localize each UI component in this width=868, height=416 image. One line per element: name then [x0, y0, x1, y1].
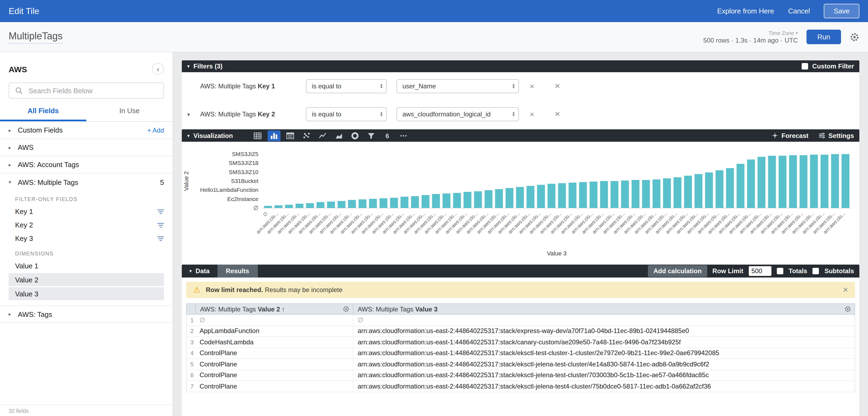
field-label: Key 1 — [15, 207, 33, 215]
viz-type-line-icon[interactable] — [316, 130, 329, 141]
explore-from-here-link[interactable]: Explore from Here — [717, 7, 774, 15]
sidebar-field-value-2[interactable]: Value 2 — [9, 273, 164, 286]
sidebar-field-key-2[interactable]: Key 2 — [0, 218, 173, 232]
table-row[interactable]: 1∅∅ — [186, 315, 855, 326]
section-label: AWS: Multiple Tags — [18, 178, 78, 186]
tab-results[interactable]: Results — [217, 265, 258, 278]
sidebar-item-aws[interactable]: ▸ AWS — [0, 139, 173, 156]
tab-all-fields[interactable]: All Fields — [0, 101, 86, 121]
viz-type-single-record-icon[interactable] — [283, 130, 297, 141]
save-button[interactable]: Save — [824, 4, 859, 18]
filter-operator-select[interactable]: is equal to▲▼ — [306, 79, 387, 93]
select-arrows-icon: ▲▼ — [380, 111, 383, 117]
sidebar-item-aws-account-tags[interactable]: ▸ AWS: Account Tags — [0, 156, 173, 174]
filter-icon[interactable] — [156, 221, 165, 229]
viz-type-single-value-icon[interactable]: 6 — [381, 130, 394, 141]
sidebar-field-value-3[interactable]: Value 3 — [9, 287, 164, 300]
custom-filter-checkbox[interactable] — [801, 63, 808, 70]
row-limit-warning-banner: ⚠ Row limit reached. Results may be inco… — [186, 282, 855, 298]
svg-text:SMS3JIZ18: SMS3JIZ18 — [229, 160, 258, 166]
filter-only-fields-header: FILTER-ONLY FIELDS — [0, 191, 173, 205]
visualization-header: ▾ Visualization 6 Forecast Settings — [182, 129, 859, 142]
subtotals-checkbox[interactable] — [813, 268, 819, 274]
viz-header-actions: Forecast Settings — [771, 132, 854, 139]
dismiss-warning-icon[interactable]: × — [843, 285, 848, 295]
remove-filter-icon[interactable]: × — [555, 81, 560, 92]
viz-type-funnel-icon[interactable] — [364, 130, 377, 141]
column-header-value2[interactable]: AWS: Multiple Tags Value 2↑ — [195, 304, 353, 314]
filter-icon[interactable] — [156, 234, 165, 243]
table-header-row: AWS: Multiple Tags Value 2↑ AWS: Multipl… — [186, 303, 855, 315]
clear-filter-value-icon[interactable]: × — [530, 110, 534, 118]
search-input[interactable] — [28, 86, 158, 95]
table-row[interactable]: 4ControlPlanearn:aws:cloudformation:us-e… — [186, 348, 855, 359]
visualization-section: ▾ Visualization 6 Forecast Settings — [182, 129, 859, 265]
forecast-button[interactable]: Forecast — [771, 132, 808, 139]
tab-data[interactable]: ▾ Data — [182, 265, 217, 278]
collapse-sidebar-button[interactable]: ‹ — [152, 63, 164, 75]
viz-type-more-icon[interactable] — [397, 130, 410, 141]
subtotals-label: Subtotals — [825, 267, 854, 275]
sidebar-field-key-3[interactable]: Key 3 — [0, 232, 173, 245]
add-calculation-button[interactable]: Add calculation — [648, 265, 707, 277]
row-limit-input[interactable] — [749, 266, 771, 276]
filter-icon[interactable] — [156, 207, 165, 216]
warning-text: Row limit reached. Results may be incomp… — [206, 286, 343, 294]
dimensions-header: DIMENSIONS — [0, 245, 173, 259]
filter-operator-select[interactable]: is equal to▲▼ — [306, 107, 387, 121]
column-header-value3[interactable]: AWS: Multiple Tags Value 3 — [353, 304, 855, 314]
field-label: Key 2 — [15, 221, 33, 229]
tile-name-input[interactable]: MultipleTags — [9, 30, 63, 43]
row-number: 4 — [187, 350, 195, 356]
totals-checkbox[interactable] — [777, 268, 783, 274]
cell-value3: arn:aws:cloudformation:us-east-2:4486402… — [353, 381, 855, 391]
run-button[interactable]: Run — [806, 30, 841, 44]
chevron-down-icon[interactable]: ▾ — [187, 111, 196, 117]
filter-value-select[interactable]: user_Name▲▼ — [397, 79, 519, 93]
sort-ascending-icon: ↑ — [282, 305, 285, 313]
column-gear-icon[interactable] — [343, 306, 349, 313]
viz-type-scatter-icon[interactable] — [300, 130, 313, 141]
field-label: Value 1 — [15, 262, 38, 270]
table-row[interactable]: 6ControlPlanearn:aws:cloudformation:us-e… — [186, 370, 855, 381]
cell-value3: ∅ — [353, 315, 855, 325]
add-custom-field-button[interactable]: + Add — [147, 126, 164, 134]
cancel-button[interactable]: Cancel — [788, 7, 810, 15]
sidebar-item-aws-multiple-tags[interactable]: ▾ AWS: Multiple Tags 5 — [0, 174, 173, 191]
viz-type-area-icon[interactable] — [332, 130, 345, 141]
viz-type-table-icon[interactable] — [251, 130, 264, 141]
tab-in-use[interactable]: In Use — [86, 101, 173, 121]
viz-type-donut-icon[interactable] — [348, 130, 361, 141]
clear-filter-value-icon[interactable]: × — [530, 82, 534, 91]
collapse-triangle-icon[interactable]: ▾ — [187, 64, 190, 69]
collapse-triangle-icon[interactable]: ▾ — [187, 133, 190, 138]
field-count-badge: 5 — [160, 178, 164, 186]
sidebar-item-aws-tags[interactable]: ▸ AWS: Tags — [0, 306, 173, 323]
svg-text:Ec2Instance: Ec2Instance — [227, 196, 258, 202]
sidebar-header: AWS ‹ — [0, 52, 173, 75]
table-row[interactable]: 7ControlPlanearn:aws:cloudformation:us-e… — [186, 381, 855, 392]
viz-type-picker: 6 — [251, 130, 410, 141]
svg-text:SMS3JIZ5: SMS3JIZ5 — [232, 151, 258, 157]
column-gear-icon[interactable] — [844, 306, 851, 313]
timezone-dropdown[interactable]: Time Zone ▾ — [769, 30, 798, 36]
table-row[interactable]: 3CodeHashLambdaarn:aws:cloudformation:us… — [186, 337, 855, 348]
sidebar-field-key-1[interactable]: Key 1 — [0, 205, 173, 218]
table-row[interactable]: 5ControlPlanearn:aws:cloudformation:us-e… — [186, 359, 855, 370]
filter-row: ▾AWS: Multiple Tags Key 1is equal to▲▼us… — [187, 79, 854, 93]
query-stats: Time Zone ▾ 500 rows · 1.3s · 14m ago · … — [703, 30, 798, 44]
svg-text:Value 3: Value 3 — [547, 250, 567, 257]
sidebar-field-value-1[interactable]: Value 1 — [9, 259, 164, 272]
gear-icon[interactable] — [850, 32, 859, 42]
viz-type-bar-icon[interactable] — [267, 130, 280, 141]
filter-row: ▾AWS: Multiple Tags Key 2is equal to▲▼aw… — [187, 107, 854, 121]
table-row[interactable]: 2AppLambdaFunctionarn:aws:cloudformation… — [186, 326, 855, 337]
viz-settings-button[interactable]: Settings — [818, 132, 854, 139]
filter-value-select[interactable]: aws_cloudformation_logical_id▲▼ — [397, 107, 519, 121]
remove-filter-icon[interactable]: × — [555, 109, 560, 119]
sidebar-item-custom-fields[interactable]: ▸ Custom Fields + Add — [0, 122, 173, 139]
section-label: AWS: Account Tags — [18, 161, 79, 169]
top-bar-actions: Explore from Here Cancel Save — [717, 4, 859, 18]
field-label: Value 3 — [15, 290, 38, 298]
cell-value2: AppLambdaFunction — [195, 327, 353, 335]
